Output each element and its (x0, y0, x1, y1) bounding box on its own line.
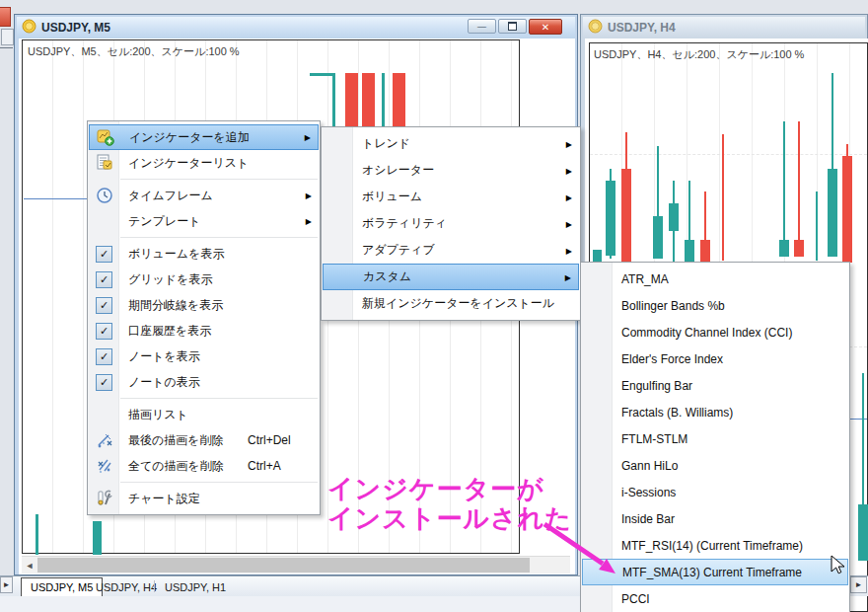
candle-body (794, 240, 804, 257)
menu-separator (120, 482, 318, 483)
menu-item-add-indicator[interactable]: インジケーターを追加▶ (89, 124, 319, 150)
menu-item-custom[interactable]: カスタム▶ (323, 264, 579, 290)
delete-last-icon (89, 431, 119, 449)
menu-item-volatility[interactable]: ボラティリティ▶ (323, 210, 579, 237)
checkbox-checked-icon[interactable]: ✓ (96, 348, 112, 365)
menu-item-label: グリッドを表示 (128, 271, 212, 288)
menu-item-drawing-list[interactable]: 描画リスト (89, 402, 319, 427)
menu-item-show-notes[interactable]: ✓ノートを表示 (89, 344, 319, 369)
candle-body (842, 156, 852, 263)
restore-button[interactable] (498, 19, 527, 34)
menu-item-elders-force[interactable]: Elder's Force Index (582, 345, 848, 372)
menu-item-pcci[interactable]: PCCI (582, 585, 848, 612)
scroll-left-icon[interactable]: ◄ (22, 557, 37, 574)
submenu-arrow-icon: ▶ (566, 166, 572, 175)
menu-item-fractals[interactable]: Fractals (B. Williams) (582, 399, 848, 425)
menu-item-show-account-history[interactable]: ✓口座履歴を表示 (89, 318, 319, 344)
menu-item-label: i-Sessions (621, 486, 676, 499)
m5-hscroll-thumb[interactable] (37, 558, 530, 573)
menu-item-timeframe[interactable]: タイムフレーム▶ (89, 183, 319, 208)
offscreen-window-button-fragment[interactable] (1, 29, 14, 45)
checkbox-checked-icon[interactable]: ✓ (96, 246, 112, 263)
menu-item-volume[interactable]: ボリューム▶ (323, 184, 579, 210)
candle-body (621, 169, 631, 263)
h4-scroll-right-icon[interactable]: ► (850, 576, 867, 593)
offscreen-window-divider (0, 47, 13, 48)
menu-item-bollinger-b[interactable]: Bollinger Bands %b (582, 292, 848, 319)
menu-item-engulfing[interactable]: Engulfing Bar (582, 372, 848, 399)
menu-item-trend[interactable]: トレンド▶ (323, 130, 579, 157)
candle-wick (816, 191, 818, 261)
menu-item-mtf-rsi[interactable]: MTF_RSI(14) (Current Timeframe) (582, 532, 848, 559)
submenu-arrow-icon: ▶ (566, 192, 572, 201)
menu-item-label: Inside Bar (621, 512, 675, 526)
menu-item-show-period-separators[interactable]: ✓期間分岐線を表示 (89, 292, 319, 318)
menu-item-atr-ma[interactable]: ATR_MA (582, 266, 848, 292)
candle-fragment (332, 73, 335, 129)
menu-item-indicator-list[interactable]: インジケーターリスト (89, 150, 319, 176)
candle-wick (783, 121, 785, 257)
candle-body (606, 181, 615, 256)
menu-item-gann-hilo[interactable]: Gann HiLo (582, 452, 848, 479)
window-title: USDJPY, M5 (41, 21, 110, 35)
close-button[interactable]: ✕ (529, 19, 562, 35)
chart-context-menu: インジケーターを追加▶インジケーターリストタイムフレーム▶テンプレート▶✓ボリュ… (87, 120, 321, 515)
candle-body (700, 240, 710, 263)
menu-item-label: ノートの表示 (128, 374, 200, 391)
checkbox-checked-icon[interactable]: ✓ (96, 297, 112, 314)
add-indicator-submenu: トレンド▶オシレーター▶ボリューム▶ボラティリティ▶アダプティブ▶カスタム▶新規… (321, 126, 581, 321)
minimize-button[interactable]: — (468, 19, 496, 34)
checkbox-checked-icon[interactable]: ✓ (96, 374, 112, 391)
menu-shortcut: Ctrl+Del (248, 433, 313, 447)
menu-item-label: Fractals (B. Williams) (621, 406, 733, 420)
tab-scroll-right-icon[interactable]: ► (0, 576, 13, 593)
menu-item-label: トレンド (362, 135, 410, 152)
menu-item-label: 全ての描画を削除 (128, 458, 224, 475)
submenu-arrow-icon: ▶ (566, 219, 572, 228)
menu-shortcut: Ctrl+A (248, 459, 313, 473)
checkbox-checked-icon[interactable]: ✓ (96, 271, 112, 288)
menu-item-cci[interactable]: Commodity Channel Index (CCI) (582, 319, 848, 345)
checkbox-checked-icon[interactable]: ✓ (96, 323, 112, 340)
menu-item-label: Elder's Force Index (621, 352, 723, 366)
menu-item-inside-bar[interactable]: Inside Bar (582, 505, 848, 532)
metatrader-workspace: USDJPY, M5 — ✕ USDJPY、M5、セル:200、スケール:100… (0, 0, 868, 612)
menu-item-show-grid[interactable]: ✓グリッドを表示 (89, 267, 319, 292)
submenu-arrow-icon: ▶ (566, 246, 572, 255)
menu-item-label: 口座履歴を表示 (128, 323, 211, 340)
menu-item-ftlm-stlm[interactable]: FTLM-STLM (582, 425, 848, 452)
menu-item-label: 描画リスト (128, 407, 188, 423)
submenu-arrow-icon: ▶ (306, 191, 312, 200)
menu-item-show-note[interactable]: ✓ノートの表示 (89, 369, 319, 395)
chart-coin-icon (22, 19, 36, 38)
menu-item-delete-last-drawing[interactable]: 最後の描画を削除Ctrl+Del (89, 427, 319, 453)
menu-item-label: ノートを表示 (128, 348, 200, 365)
submenu-arrow-icon: ▶ (566, 139, 572, 148)
tab-divider (154, 580, 155, 592)
menu-item-label: ボラティリティ (362, 215, 447, 232)
offscreen-close-button-fragment[interactable] (0, 7, 11, 27)
menu-item-template[interactable]: テンプレート▶ (89, 208, 319, 234)
menu-item-label: FTLM-STLM (621, 432, 687, 446)
menu-item-label: タイムフレーム (128, 188, 213, 204)
menu-item-adaptive[interactable]: アダプティブ▶ (323, 237, 579, 264)
menu-item-label: カスタム (363, 268, 411, 285)
menu-item-i-sessions[interactable]: i-Sessions (582, 479, 848, 505)
menu-item-label: ボリュームを表示 (128, 246, 224, 263)
menu-item-mtf-sma[interactable]: MTF_SMA(13) Current Timeframe (582, 559, 848, 585)
menu-item-install-new[interactable]: 新規インジケーターをインストール (323, 290, 579, 317)
candle-body (653, 216, 663, 259)
menu-item-show-volume[interactable]: ✓ボリュームを表示 (89, 241, 319, 267)
indicator-list-icon (89, 154, 119, 172)
menu-item-label: オシレーター (362, 162, 434, 179)
delete-all-icon (89, 457, 119, 475)
h4-titlebar[interactable]: USDJPY, H4 (583, 17, 865, 38)
tab-usdjpy-h1[interactable]: USDJPY, H1 (156, 577, 235, 596)
menu-item-oscillator[interactable]: オシレーター▶ (323, 157, 579, 184)
menu-item-chart-settings[interactable]: チャート設定 (89, 486, 319, 511)
candle-body (779, 240, 789, 257)
menu-item-delete-all-drawings[interactable]: 全ての描画を削除Ctrl+A (89, 453, 319, 479)
m5-hscrollbar[interactable]: ◄ (22, 556, 570, 574)
candle-wick (798, 121, 800, 257)
menu-item-label: 期間分岐線を表示 (128, 297, 223, 314)
